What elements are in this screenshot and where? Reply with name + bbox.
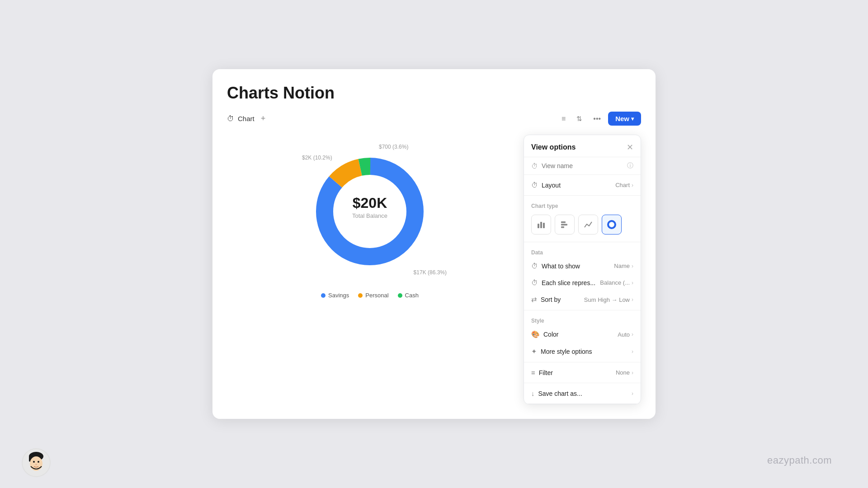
each-slice-chevron: › <box>632 280 633 286</box>
legend-personal-label: Personal <box>365 292 388 299</box>
panel-header: View options ✕ <box>524 135 641 157</box>
save-chevron: › <box>632 390 633 397</box>
style-label: Style <box>524 312 641 326</box>
layout-section: ⏱ Layout Chart › <box>524 175 641 196</box>
what-to-show-value: Name <box>614 263 630 269</box>
donut-hole <box>335 176 405 247</box>
svg-point-12 <box>33 461 35 463</box>
bar-chart-type-btn[interactable] <box>531 215 551 235</box>
donut-wrapper: $700 (3.6%) $2K (10.2%) $17K (86.3%) <box>293 144 447 288</box>
what-to-show-chevron: › <box>632 263 633 269</box>
donut-chart: $20K Total Balance <box>311 153 429 270</box>
page-title: Charts Notion <box>227 84 641 103</box>
more-style-row[interactable]: ✦ More style options › <box>524 343 641 360</box>
donut-chart-type-btn[interactable] <box>602 215 622 235</box>
filter-icon: ≡ <box>561 115 566 122</box>
save-chart-label: Save chart as... <box>538 390 582 397</box>
layout-icon: ⏱ <box>531 181 538 189</box>
donut-sublabel: Total Balance <box>352 212 387 219</box>
avatar <box>22 448 51 477</box>
color-value: Auto <box>618 331 630 338</box>
more-style-chevron: › <box>632 348 633 355</box>
clock-icon: ⏱ <box>531 162 538 170</box>
legend-savings: Savings <box>321 292 349 299</box>
what-to-show-row[interactable]: ⏱ What to show Name › <box>524 258 641 274</box>
each-slice-row[interactable]: ⏱ Each slice repres... Balance (... › <box>524 274 641 291</box>
add-view-button[interactable]: + <box>258 113 269 124</box>
save-section: ↓ Save chart as... › <box>524 383 641 404</box>
donut-chart-icon <box>607 220 616 229</box>
legend-cash: Cash <box>398 292 419 299</box>
what-to-show-icon: ⏱ <box>531 262 538 270</box>
label-top-right: $700 (3.6%) <box>379 144 408 150</box>
new-label: New <box>615 115 629 122</box>
color-label: Color <box>543 331 558 338</box>
what-to-show-label: What to show <box>542 263 580 270</box>
label-bottom-right: $17K (86.3%) <box>414 269 447 276</box>
panel-title: View options <box>531 143 576 151</box>
chevron-down-icon: ▾ <box>631 116 634 122</box>
filter-icon-button[interactable]: ≡ <box>558 113 569 125</box>
legend-cash-label: Cash <box>405 292 419 299</box>
filter-row[interactable]: ≡ Filter None › <box>524 364 641 381</box>
sort-by-chevron: › <box>632 296 633 303</box>
filter-chevron: › <box>632 370 633 376</box>
chart-type-section: Chart type <box>524 196 641 242</box>
legend-savings-label: Savings <box>328 292 349 299</box>
watermark: eazypath.com <box>767 455 832 466</box>
each-slice-icon: ⏱ <box>531 279 538 286</box>
more-style-label: More style options <box>541 348 592 355</box>
legend-personal: Personal <box>358 292 388 299</box>
sort-icon: ⇅ <box>576 115 582 122</box>
toolbar: ⏱ Chart + ≡ ⇅ ••• New ▾ <box>227 112 641 126</box>
close-panel-button[interactable]: ✕ <box>627 142 633 152</box>
chart-tab[interactable]: Chart <box>238 115 255 122</box>
layout-chevron: › <box>632 182 633 188</box>
data-label: Data <box>524 244 641 258</box>
new-button[interactable]: New ▾ <box>608 112 641 126</box>
more-options-button[interactable]: ••• <box>590 113 604 125</box>
bar-chart-icon <box>537 220 546 229</box>
layout-row[interactable]: ⏱ Layout Chart › <box>524 177 641 193</box>
color-icon: 🎨 <box>531 330 540 338</box>
sort-by-row[interactable]: ⇄ Sort by Sum High → Low › <box>524 291 641 308</box>
avatar-placeholder <box>22 448 51 477</box>
chart-legend: Savings Personal Cash <box>321 292 419 299</box>
each-slice-value: Balance (... <box>600 279 630 286</box>
svg-point-14 <box>35 464 37 465</box>
chart-type-row <box>524 211 641 240</box>
view-name-row[interactable]: ⏱ ⓘ <box>524 157 641 175</box>
filter-value: None <box>616 369 630 376</box>
hbar-chart-type-btn[interactable] <box>555 215 575 235</box>
color-chevron: › <box>632 331 633 338</box>
sort-by-icon: ⇄ <box>531 296 537 304</box>
style-section: Style 🎨 Color Auto › ✦ More style option… <box>524 310 641 362</box>
legend-personal-dot <box>358 293 363 298</box>
data-section: Data ⏱ What to show Name › ⏱ Each slice … <box>524 242 641 310</box>
more-icon: ••• <box>593 115 601 122</box>
legend-cash-dot <box>398 293 402 298</box>
more-style-icon: ✦ <box>531 347 537 356</box>
hbar-chart-icon <box>560 220 569 229</box>
svg-rect-1 <box>540 222 542 228</box>
legend-savings-dot <box>321 293 326 298</box>
avatar-illustration <box>22 448 51 477</box>
line-chart-type-btn[interactable] <box>578 215 598 235</box>
svg-rect-5 <box>561 226 564 228</box>
svg-rect-0 <box>538 224 539 228</box>
color-row[interactable]: 🎨 Color Auto › <box>524 326 641 343</box>
donut-amount: $20K <box>353 195 387 211</box>
each-slice-label: Each slice repres... <box>542 279 595 286</box>
save-chart-row[interactable]: ↓ Save chart as... › <box>524 385 641 402</box>
svg-point-7 <box>610 223 613 226</box>
filter-label: Filter <box>539 369 553 376</box>
sort-icon-button[interactable]: ⇅ <box>573 113 586 125</box>
filter-row-icon: ≡ <box>531 369 535 376</box>
save-icon: ↓ <box>531 389 535 397</box>
filter-section: ≡ Filter None › <box>524 362 641 383</box>
chart-area: $700 (3.6%) $2K (10.2%) $17K (86.3%) <box>227 135 513 404</box>
svg-rect-4 <box>561 224 567 226</box>
svg-point-13 <box>38 461 39 463</box>
view-name-input[interactable] <box>542 162 623 169</box>
svg-rect-2 <box>543 223 545 228</box>
